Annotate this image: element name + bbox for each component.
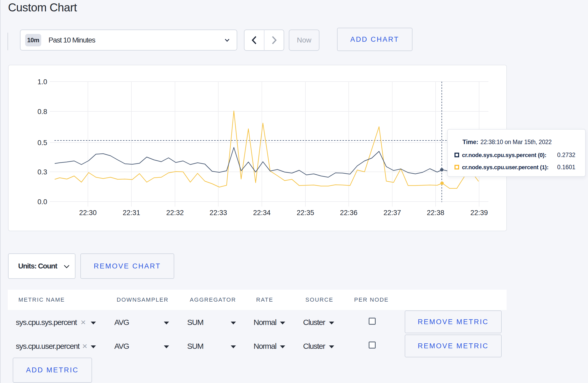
svg-text:22:32: 22:32 (166, 209, 184, 217)
svg-text:0.3: 0.3 (37, 168, 47, 176)
svg-text:22:37: 22:37 (383, 209, 401, 217)
svg-text:22:33: 22:33 (209, 209, 227, 217)
svg-text:0.5: 0.5 (37, 139, 47, 147)
svg-text:22:36: 22:36 (340, 209, 358, 217)
svg-text:22:31: 22:31 (123, 209, 140, 217)
svg-text:22:34: 22:34 (253, 209, 271, 217)
svg-text:22:38: 22:38 (427, 209, 444, 217)
svg-text:22:30: 22:30 (79, 209, 97, 217)
svg-text:22:39: 22:39 (470, 209, 488, 217)
svg-text:22:35: 22:35 (297, 209, 314, 217)
svg-text:0.0: 0.0 (37, 198, 47, 206)
svg-text:1.0: 1.0 (37, 78, 47, 86)
svg-text:0.8: 0.8 (37, 108, 47, 116)
